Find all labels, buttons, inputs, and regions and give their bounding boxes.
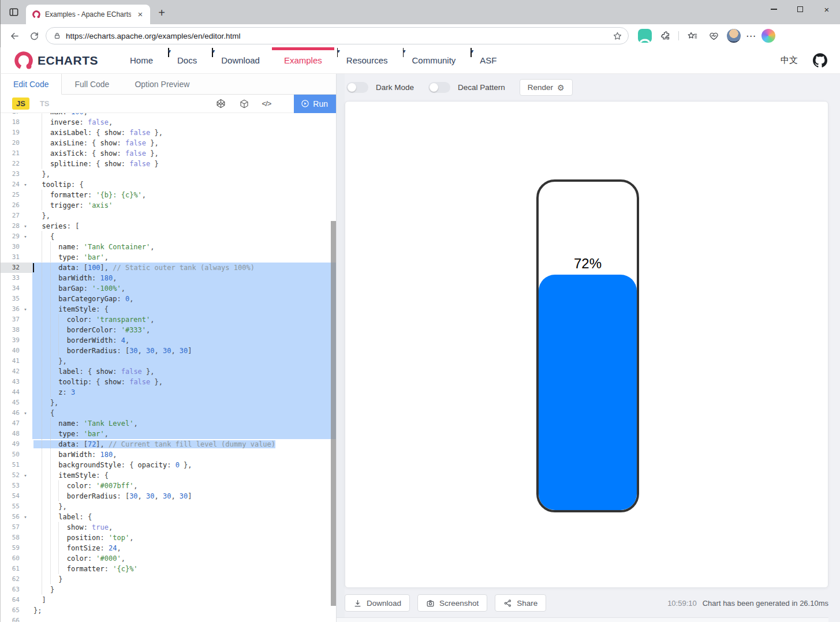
gutter[interactable]: 28▾	[1, 221, 32, 231]
gutter[interactable]: 20	[1, 138, 32, 148]
profile-avatar[interactable]	[727, 29, 741, 43]
editor-tab-edit-code[interactable]: Edit Code	[1, 74, 62, 95]
gutter[interactable]: 41	[1, 356, 32, 366]
run-button[interactable]: Run	[294, 95, 336, 113]
fold-caret-icon[interactable]: ▾	[20, 179, 31, 190]
fold-caret-icon[interactable]: ▾	[20, 231, 31, 242]
extensions-puzzle-icon[interactable]	[657, 28, 673, 44]
favorites-icon[interactable]	[684, 28, 700, 44]
new-tab-button[interactable]: +	[154, 5, 170, 21]
screenshot-button[interactable]: Screenshot	[417, 594, 487, 612]
gutter[interactable]: 63	[1, 584, 32, 595]
copilot-icon[interactable]	[761, 29, 775, 43]
gutter[interactable]: 36▾	[1, 304, 32, 314]
gutter[interactable]: 26	[1, 200, 32, 211]
gutter[interactable]: 56▾	[1, 512, 32, 522]
gutter[interactable]: 29▾	[1, 231, 32, 242]
close-button[interactable]: ×	[813, 0, 840, 18]
minimize-button[interactable]	[760, 0, 787, 18]
language-switch[interactable]: 中文	[781, 55, 798, 66]
codepen-icon[interactable]	[215, 98, 226, 109]
gutter[interactable]: 21	[1, 148, 32, 159]
chart-canvas[interactable]: 72%	[345, 101, 828, 588]
gutter[interactable]: 17	[1, 113, 32, 117]
gutter[interactable]: 37	[1, 314, 32, 325]
gutter[interactable]: 61	[1, 564, 32, 574]
gutter[interactable]: 38	[1, 325, 32, 335]
gutter[interactable]: 46▾	[1, 408, 32, 418]
gutter[interactable]: 30	[1, 242, 32, 252]
gutter[interactable]: 23	[1, 169, 32, 179]
lang-ts-button[interactable]: TS	[40, 99, 50, 108]
vpn-extension-icon[interactable]	[638, 29, 652, 43]
fold-caret-icon[interactable]: ▾	[20, 304, 31, 314]
gutter[interactable]: 27	[1, 211, 32, 221]
nav-item-asf[interactable]: ASF▾	[468, 47, 509, 74]
gutter[interactable]: 59	[1, 543, 32, 553]
browser-tab[interactable]: Examples - Apache ECharts ×	[26, 5, 150, 24]
fold-caret-icon[interactable]: ▾	[20, 221, 31, 231]
dark-mode-toggle[interactable]	[346, 82, 368, 93]
render-settings-button[interactable]: Render ⚙	[520, 79, 573, 96]
gutter[interactable]: 19	[1, 128, 32, 138]
gutter[interactable]: 50	[1, 449, 32, 460]
gutter[interactable]: 49	[1, 439, 32, 449]
fold-caret-icon[interactable]: ▾	[20, 408, 31, 418]
nav-item-download[interactable]: Download▾	[209, 47, 272, 74]
gutter[interactable]: 45	[1, 398, 32, 408]
refresh-icon[interactable]	[26, 28, 42, 44]
gutter[interactable]: 53	[1, 481, 32, 491]
share-button[interactable]: Share	[495, 594, 546, 612]
gutter[interactable]: 55	[1, 501, 32, 512]
echarts-brand[interactable]: ECHARTS	[13, 50, 98, 71]
gutter[interactable]: 65	[1, 605, 32, 616]
browser-essentials-icon[interactable]	[705, 28, 722, 44]
gutter[interactable]: 60	[1, 553, 32, 564]
gutter[interactable]: 52▾	[1, 470, 32, 481]
nav-item-examples[interactable]: Examples	[272, 47, 334, 74]
fold-caret-icon[interactable]: ▾	[20, 512, 31, 522]
github-icon[interactable]	[813, 53, 827, 68]
url-text[interactable]: https://echarts.apache.org/examples/en/e…	[66, 32, 608, 40]
view-source-icon[interactable]: </>	[262, 99, 271, 108]
nav-item-docs[interactable]: Docs▾	[165, 47, 209, 74]
gutter[interactable]: 34	[1, 283, 32, 294]
gutter[interactable]: 39	[1, 335, 32, 346]
tab-actions-icon[interactable]	[6, 5, 21, 20]
fold-caret-icon[interactable]: ▾	[20, 470, 31, 481]
gutter[interactable]: 44	[1, 387, 32, 398]
gutter[interactable]: 57	[1, 522, 32, 533]
download-button[interactable]: Download	[345, 594, 410, 612]
tab-close-icon[interactable]: ×	[135, 9, 145, 20]
gutter[interactable]: 62	[1, 574, 32, 584]
gutter[interactable]: 40	[1, 346, 32, 356]
gutter[interactable]: 51	[1, 460, 32, 470]
gutter[interactable]: 24▾	[1, 179, 32, 190]
decal-pattern-toggle[interactable]	[428, 82, 450, 93]
gutter[interactable]: 47	[1, 418, 32, 429]
gutter[interactable]: 66	[1, 616, 32, 622]
code-editor[interactable]: 17max: 100,18inverse: false,19axisLabel:…	[1, 113, 336, 622]
panel-resizer[interactable]	[337, 74, 345, 622]
nav-item-home[interactable]: Home	[118, 47, 165, 74]
editor-scrollbar[interactable]	[331, 221, 336, 606]
gutter[interactable]: 35	[1, 294, 32, 304]
gutter[interactable]: 33	[1, 273, 32, 283]
lang-js-button[interactable]: JS	[12, 98, 29, 110]
url-bar[interactable]: https://echarts.apache.org/examples/en/e…	[46, 27, 629, 44]
maximize-button[interactable]	[787, 0, 813, 18]
bookmark-star-icon[interactable]	[613, 31, 622, 41]
gutter[interactable]: 43	[1, 377, 32, 387]
gutter[interactable]: 18	[1, 117, 32, 128]
gutter[interactable]: 58	[1, 533, 32, 543]
nav-item-community[interactable]: Community▾	[400, 47, 468, 74]
gutter[interactable]: 25	[1, 190, 32, 200]
gutter[interactable]: 31	[1, 252, 32, 263]
codesandbox-icon[interactable]	[239, 99, 249, 109]
nav-item-resources[interactable]: Resources▾	[334, 47, 400, 74]
gutter[interactable]: 54	[1, 491, 32, 501]
gutter[interactable]: 22	[1, 159, 32, 169]
gutter[interactable]: 42	[1, 366, 32, 377]
editor-tab-option-preview[interactable]: Option Preview	[122, 74, 202, 95]
editor-tab-full-code[interactable]: Full Code	[62, 74, 122, 95]
